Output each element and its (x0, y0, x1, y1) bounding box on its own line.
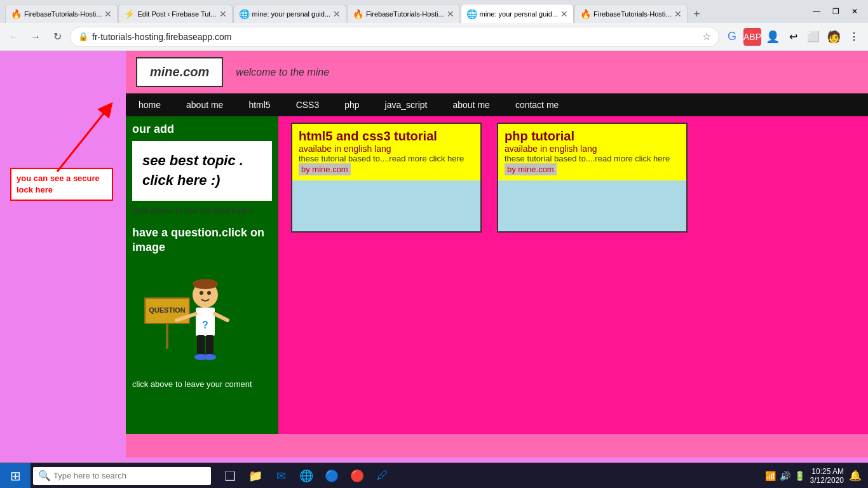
taskbar-search-box[interactable]: 🔍 (33, 467, 211, 485)
site-container: mine.com welcome to the mine home about … (126, 51, 868, 458)
back-button[interactable]: ← (5, 28, 23, 46)
tab-5[interactable]: 🌐 mine: your persnal guid... ✕ (461, 4, 574, 23)
card-php-title: php tutorial (505, 129, 680, 144)
tab-close-4[interactable]: ✕ (447, 9, 454, 19)
address-bar: ← → ↻ 🔒 fr-tutorials-hosting.firebaseapp… (0, 23, 868, 51)
forward-button[interactable]: → (27, 28, 44, 46)
taskbar-clock: 10:25 AM 3/12/2020 (810, 467, 844, 485)
card-php[interactable]: php tutorial availabe in english lang th… (497, 123, 688, 233)
svg-point-15 (207, 291, 211, 295)
site-main: our add see best topic .click here :) cl… (126, 116, 868, 434)
card-php-header: php tutorial availabe in english lang th… (498, 124, 686, 180)
tab-close-2[interactable]: ✕ (219, 9, 227, 19)
tab-6[interactable]: 🔥 FirebaseTutorials-Hosti... ✕ (574, 4, 687, 23)
card-html5-body (292, 180, 480, 231)
vs-icon[interactable]: 🖊 (371, 464, 394, 487)
mail-icon[interactable]: ✉ (269, 464, 292, 487)
nav-home[interactable]: home (126, 93, 173, 116)
new-tab-button[interactable]: + (688, 5, 706, 23)
extensions-icon[interactable]: G (723, 28, 741, 46)
card-html5-css3[interactable]: html5 and css3 tutorial availabe in engl… (291, 123, 482, 233)
reload-button[interactable]: ↻ (48, 28, 66, 46)
nav-html5[interactable]: html5 (236, 93, 283, 116)
edge-icon[interactable]: 🌐 (295, 464, 318, 487)
svg-point-6 (193, 279, 218, 289)
card-php-desc: these tutorial based to....read more cli… (505, 154, 680, 163)
tabs-container: 🔥 FirebaseTutorials-Hosti... ✕ ⚡ Edit Po… (5, 0, 803, 23)
adblock-icon[interactable]: ABP (743, 28, 761, 46)
nav-php[interactable]: php (332, 93, 372, 116)
card-html5-by: by mine.com (299, 163, 351, 175)
tab-4[interactable]: 🔥 FirebaseTutorials-Hosti... ✕ (347, 4, 459, 23)
time-display: 10:25 AM (810, 467, 844, 476)
svg-point-13 (203, 354, 216, 360)
tab-title-6: FirebaseTutorials-Hosti... (593, 10, 671, 18)
url-bar[interactable]: 🔒 fr-tutorials-hosting.firebaseapp.com ☆ (70, 27, 719, 47)
tab-close-5[interactable]: ✕ (560, 9, 568, 19)
annotation-secure-lock: you can see a secure lock here (10, 168, 113, 201)
site-nav: home about me html5 CSS3 php java_script… (126, 93, 868, 116)
taskbar-search-input[interactable] (53, 471, 187, 480)
tab-title-4: FirebaseTutorials-Hosti... (366, 10, 444, 18)
restore-button[interactable]: ❐ (827, 4, 844, 18)
tab-close-6[interactable]: ✕ (674, 9, 682, 19)
tab-title-2: Edit Post ‹ Firebase Tut... (137, 10, 216, 18)
card-html5-header: html5 and css3 tutorial availabe in engl… (292, 124, 480, 180)
tab-2[interactable]: ⚡ Edit Post ‹ Firebase Tut... ✕ (118, 4, 232, 23)
browser-window: 🔥 FirebaseTutorials-Hosti... ✕ ⚡ Edit Po… (0, 0, 868, 463)
tab-title-3: mine: your persnal guid... (252, 10, 331, 18)
nav-about-me-1[interactable]: about me (173, 93, 236, 116)
toolbar-icons: G ABP 👤 ↩ ⬜ 🧑 ⋮ (723, 28, 863, 46)
question-image[interactable]: QUESTION (132, 260, 253, 374)
tab-close-1[interactable]: ✕ (104, 9, 112, 19)
taskbar-right: 📶 🔊 🔋 10:25 AM 3/12/2020 🔔 (765, 467, 868, 485)
file-explorer-icon[interactable]: 📁 (244, 464, 267, 487)
question-heading: have a question.click on image (132, 226, 272, 255)
tab-favicon-4: 🔥 (353, 9, 363, 19)
cast-icon[interactable]: ⬜ (804, 28, 822, 46)
svg-point-14 (200, 291, 203, 295)
tab-favicon-3: 🌐 (239, 9, 250, 19)
bookmark-icon[interactable]: ☆ (702, 30, 711, 43)
camera-icon[interactable]: 🔴 (346, 464, 369, 487)
card-php-by: by mine.com (505, 163, 557, 175)
profile-icon[interactable]: 🧑 (825, 28, 843, 46)
nav-javascript[interactable]: java_script (372, 93, 440, 116)
history-icon[interactable]: ↩ (784, 28, 802, 46)
tab-1[interactable]: 🔥 FirebaseTutorials-Hosti... ✕ (5, 4, 118, 23)
network-icon: 📶 (765, 471, 776, 481)
minimize-button[interactable]: — (808, 4, 825, 18)
menu-icon[interactable]: ⋮ (845, 28, 863, 46)
user-icon[interactable]: 👤 (764, 28, 782, 46)
topic-box[interactable]: see best topic .click here :) (132, 141, 272, 201)
svg-rect-11 (206, 335, 214, 357)
start-button[interactable]: ⊞ (0, 463, 31, 489)
battery-icon: 🔋 (794, 471, 805, 481)
chrome-icon[interactable]: 🔵 (320, 464, 343, 487)
nav-about-me-2[interactable]: about me (440, 93, 503, 116)
lock-icon: 🔒 (78, 32, 88, 41)
task-view-icon[interactable]: ❑ (219, 464, 241, 487)
volume-icon: 🔊 (780, 471, 790, 481)
tab-favicon-2: ⚡ (124, 9, 135, 19)
nav-css3[interactable]: CSS3 (283, 93, 332, 116)
card-html5-title: html5 and css3 tutorial (299, 129, 474, 144)
tutorials-area: html5 and css3 tutorial availabe in engl… (278, 116, 868, 434)
close-button[interactable]: ✕ (846, 4, 863, 18)
sidebar: our add see best topic .click here :) cl… (126, 116, 278, 434)
card-php-body (498, 180, 686, 231)
sidebar-add-label: our add (132, 123, 272, 136)
tab-3[interactable]: 🌐 mine: your persnal guid... ✕ (233, 4, 347, 23)
site-welcome: welcome to the mine (236, 67, 329, 78)
tab-close-3[interactable]: ✕ (333, 9, 341, 19)
comment-hint: click above to leave your coment (132, 379, 272, 389)
notification-icon[interactable]: 🔔 (849, 470, 862, 482)
annotation-arrow (51, 102, 127, 178)
svg-text:QUESTION: QUESTION (149, 306, 186, 314)
url-text: fr-tutorials-hosting.firebaseapp.com (92, 32, 698, 42)
tab-favicon-1: 🔥 (11, 9, 22, 19)
web-content: you can see a secure lock here mine.com … (0, 51, 868, 463)
tab-title-1: FirebaseTutorials-Hosti... (24, 10, 102, 18)
tab-favicon-6: 🔥 (580, 9, 591, 19)
nav-contact-me[interactable]: contact me (503, 93, 571, 116)
